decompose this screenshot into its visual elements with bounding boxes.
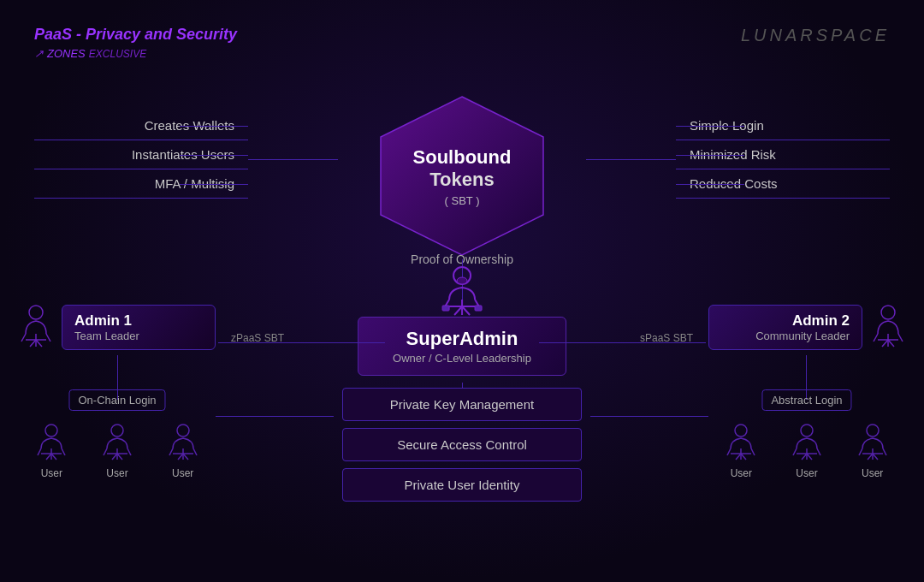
svg-line-66 bbox=[883, 448, 886, 455]
admin2-icon bbox=[871, 304, 905, 351]
user-label: User bbox=[41, 467, 62, 479]
admin2-name: Admin 2 bbox=[721, 312, 850, 330]
svg-line-38 bbox=[127, 448, 131, 455]
left-divider bbox=[248, 159, 338, 160]
left-features: Creates Wallets Instantiates Users MFA /… bbox=[34, 111, 248, 199]
svg-line-17 bbox=[46, 334, 50, 341]
admin2-role: Community Leader bbox=[721, 330, 850, 342]
svg-point-2 bbox=[457, 277, 467, 284]
user-right-1: User bbox=[726, 423, 756, 479]
admin1-name: Admin 1 bbox=[74, 312, 203, 330]
svg-rect-10 bbox=[475, 306, 482, 311]
svg-line-14 bbox=[30, 340, 36, 347]
svg-point-60 bbox=[867, 425, 879, 436]
exclusive-label: EXCLUSIVE bbox=[89, 48, 146, 60]
sbt-container: Soulbound Tokens ( SBT ) bbox=[372, 92, 552, 259]
right-divider bbox=[586, 159, 676, 160]
svg-line-28 bbox=[46, 454, 51, 460]
user-group-right: Abstract Login User bbox=[708, 389, 905, 479]
svg-rect-9 bbox=[442, 306, 449, 311]
svg-point-53 bbox=[801, 425, 813, 436]
svg-line-45 bbox=[193, 448, 197, 455]
admin2-info-box: Admin 2 Community Leader bbox=[708, 305, 862, 350]
svg-point-25 bbox=[45, 425, 57, 436]
svg-line-50 bbox=[741, 454, 746, 460]
svg-line-42 bbox=[178, 454, 183, 460]
svg-line-36 bbox=[117, 454, 122, 460]
admin1-info-box: Admin 1 Team Leader bbox=[62, 305, 216, 350]
feat-left-connector bbox=[216, 416, 334, 417]
private-key-management: Private Key Management bbox=[342, 388, 582, 421]
admin2-section: Admin 2 Community Leader bbox=[708, 304, 905, 351]
sbt-content: Soulbound Tokens ( SBT ) bbox=[385, 146, 539, 206]
admin2-box: Admin 2 Community Leader bbox=[708, 304, 905, 351]
user-label: User bbox=[172, 467, 193, 479]
feature-minimized-risk: Minimized Risk bbox=[676, 140, 890, 169]
svg-line-37 bbox=[104, 448, 107, 455]
feature-instantiates-users: Instantiates Users bbox=[34, 140, 248, 169]
user-left-2: User bbox=[102, 423, 133, 479]
admin1-icon bbox=[19, 304, 53, 351]
svg-line-65 bbox=[859, 448, 862, 455]
right-features: Simple Login Minimized Risk Reduced Cost… bbox=[676, 111, 890, 199]
svg-line-30 bbox=[38, 448, 41, 455]
user-icon bbox=[857, 423, 888, 464]
svg-line-51 bbox=[727, 448, 731, 455]
feature-simple-login: Simple Login bbox=[676, 111, 890, 140]
svg-line-21 bbox=[882, 340, 888, 347]
svg-line-29 bbox=[51, 454, 56, 460]
user-icon bbox=[102, 423, 133, 464]
sbt-subtitle: ( SBT ) bbox=[385, 193, 539, 206]
admin1-role: Team Leader bbox=[74, 330, 203, 342]
paas-title: PaaS - Privacy and Security bbox=[34, 26, 237, 44]
svg-line-56 bbox=[802, 454, 807, 460]
svg-point-39 bbox=[177, 425, 189, 436]
sbt-label-right: sPaaS SBT bbox=[640, 332, 693, 344]
feature-creates-wallets: Creates Wallets bbox=[34, 111, 248, 140]
abstract-login-label: Abstract Login bbox=[761, 389, 851, 411]
private-user-identity: Private User Identity bbox=[342, 468, 582, 502]
superadmin-section: SuperAdmin Owner / C-Level Leadership bbox=[358, 265, 566, 376]
user-icon bbox=[168, 423, 198, 464]
admin1-section: Admin 1 Team Leader bbox=[19, 304, 216, 351]
feat-right-connector bbox=[590, 416, 708, 417]
superadmin-box: SuperAdmin Owner / C-Level Leadership bbox=[358, 317, 566, 376]
svg-point-46 bbox=[735, 425, 747, 436]
user-label: User bbox=[106, 467, 127, 479]
svg-point-18 bbox=[881, 306, 895, 319]
svg-line-24 bbox=[898, 334, 903, 341]
admin1-box: Admin 1 Team Leader bbox=[19, 304, 216, 351]
svg-line-59 bbox=[817, 448, 820, 455]
user-label: User bbox=[796, 467, 817, 479]
superadmin-role: Owner / C-Level Leadership bbox=[393, 352, 531, 365]
svg-line-58 bbox=[793, 448, 797, 455]
svg-point-32 bbox=[111, 425, 123, 436]
user-label: User bbox=[731, 467, 752, 479]
svg-line-52 bbox=[751, 448, 755, 455]
secure-access-control: Secure Access Control bbox=[342, 428, 582, 461]
header-left: PaaS - Privacy and Security ↗ ZONES EXCL… bbox=[34, 26, 237, 60]
feature-mfa: MFA / Multisig bbox=[34, 169, 248, 199]
user-group-left: On-Chain Login User bbox=[19, 389, 216, 479]
zones-label: ↗ ZONES EXCLUSIVE bbox=[34, 47, 237, 60]
sbt-label-left: zPaaS SBT bbox=[231, 332, 284, 344]
svg-line-16 bbox=[21, 334, 26, 341]
svg-line-31 bbox=[62, 448, 65, 455]
svg-line-23 bbox=[874, 334, 878, 341]
superadmin-name: SuperAdmin bbox=[393, 328, 531, 350]
user-right-2: User bbox=[791, 423, 822, 479]
svg-line-43 bbox=[183, 454, 188, 460]
header: PaaS - Privacy and Security ↗ ZONES EXCL… bbox=[34, 26, 890, 60]
sbt-title: Soulbound Tokens bbox=[385, 146, 539, 190]
user-icon bbox=[36, 423, 67, 464]
left-users-row: User User bbox=[19, 423, 216, 479]
user-left-3: User bbox=[168, 423, 198, 479]
central-features: Private Key Management Secure Access Con… bbox=[342, 388, 582, 508]
arrow-icon: ↗ bbox=[34, 47, 44, 60]
lunarspace-logo: LUNARSPACE bbox=[741, 26, 890, 45]
on-chain-login-label: On-Chain Login bbox=[68, 389, 165, 411]
feature-reduced-costs: Reduced Costs bbox=[676, 169, 890, 199]
svg-line-6 bbox=[462, 306, 470, 315]
svg-line-64 bbox=[873, 454, 878, 460]
svg-line-35 bbox=[112, 454, 117, 460]
